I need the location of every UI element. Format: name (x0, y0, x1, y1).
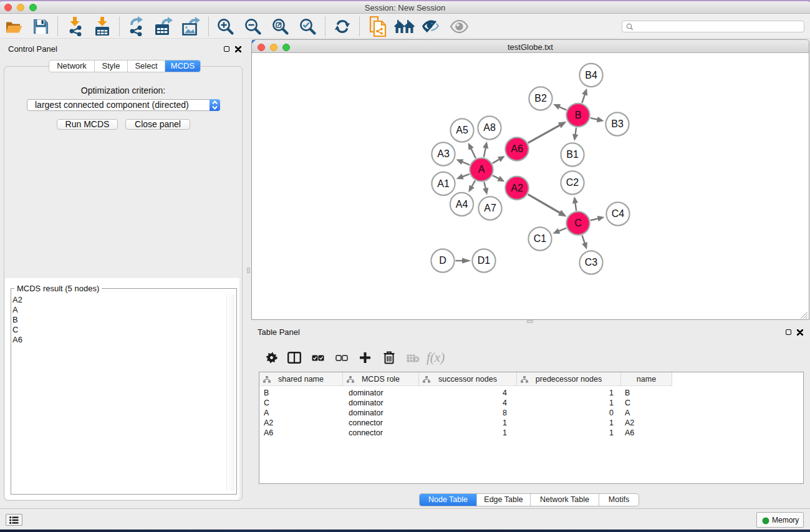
svg-text:D1: D1 (478, 255, 491, 266)
svg-text:A6: A6 (511, 143, 523, 154)
svg-text:B2: B2 (534, 93, 547, 104)
svg-text:D: D (439, 255, 446, 266)
svg-text:A3: A3 (437, 148, 450, 159)
svg-text:A8: A8 (483, 122, 496, 133)
svg-text:C: C (574, 218, 582, 228)
svg-text:A1: A1 (437, 178, 450, 189)
svg-text:B3: B3 (611, 118, 624, 129)
svg-text:C3: C3 (585, 257, 598, 268)
svg-text:A2: A2 (511, 183, 523, 193)
svg-text:B1: B1 (566, 149, 579, 160)
svg-text:A4: A4 (456, 199, 468, 210)
svg-text:A: A (478, 164, 485, 175)
svg-text:B: B (575, 110, 582, 120)
svg-text:B4: B4 (585, 70, 597, 80)
svg-text:A5: A5 (456, 125, 468, 135)
svg-text:C4: C4 (612, 208, 625, 219)
svg-text:C1: C1 (534, 233, 547, 244)
svg-text:A7: A7 (484, 203, 496, 213)
svg-text:C2: C2 (566, 177, 579, 188)
